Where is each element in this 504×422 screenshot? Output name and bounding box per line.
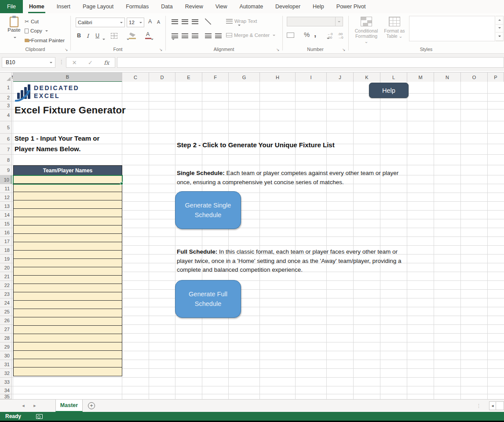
name-box-caret[interactable] bbox=[50, 62, 52, 65]
tab-insert[interactable]: Insert bbox=[51, 0, 77, 13]
row-header-29[interactable]: 29 bbox=[0, 342, 11, 351]
font-name-combo[interactable]: Calibri bbox=[76, 18, 125, 27]
decrease-decimal-icon[interactable]: .00 →0 bbox=[338, 33, 343, 40]
cut-button[interactable]: ✂ Cut bbox=[25, 18, 39, 25]
underline-caret[interactable] bbox=[102, 39, 105, 41]
team-name-cell[interactable] bbox=[14, 326, 122, 334]
accounting-format-icon[interactable] bbox=[287, 33, 294, 38]
row-header-20[interactable]: 20 bbox=[0, 263, 11, 272]
row-header-24[interactable]: 24 bbox=[0, 298, 11, 307]
column-header-J[interactable]: J bbox=[327, 73, 354, 82]
row-header-1[interactable]: 1 bbox=[0, 82, 11, 94]
file-tab[interactable]: File bbox=[0, 0, 23, 13]
prev-sheet-arrow[interactable]: ◄ bbox=[18, 400, 29, 412]
team-name-cell[interactable] bbox=[14, 192, 122, 200]
team-name-cell[interactable] bbox=[14, 226, 122, 234]
row-header-30[interactable]: 30 bbox=[0, 351, 11, 360]
scrollbar-track[interactable] bbox=[496, 401, 504, 410]
number-format-caret-button[interactable] bbox=[335, 17, 343, 26]
merge-center-caret[interactable] bbox=[273, 35, 275, 37]
gallery-scroll-up[interactable] bbox=[496, 16, 503, 25]
row-header-33[interactable]: 33 bbox=[0, 378, 11, 386]
team-name-cell[interactable] bbox=[14, 217, 122, 226]
column-header-M[interactable]: M bbox=[407, 73, 434, 82]
orientation-caret[interactable] bbox=[238, 25, 241, 27]
clipboard-dialog-launcher[interactable]: ↘ bbox=[65, 47, 68, 52]
sheet-tab-master[interactable]: Master bbox=[55, 400, 83, 412]
team-name-cell[interactable] bbox=[14, 317, 122, 326]
top-align-icon[interactable] bbox=[172, 19, 178, 24]
increase-indent-icon[interactable] bbox=[215, 33, 222, 38]
row-header-25[interactable]: 25 bbox=[0, 307, 11, 316]
row-header-22[interactable]: 22 bbox=[0, 281, 11, 290]
underline-button[interactable]: U bbox=[93, 32, 102, 40]
team-name-cell[interactable] bbox=[14, 301, 122, 309]
wrap-text-button[interactable]: Wrap Text bbox=[226, 18, 257, 24]
row-header-28[interactable]: 28 bbox=[0, 334, 11, 342]
team-name-cell[interactable] bbox=[14, 359, 122, 367]
row-header-10[interactable]: 10 bbox=[0, 175, 12, 184]
tab-data[interactable]: Data bbox=[155, 0, 179, 13]
tab-review[interactable]: Review bbox=[179, 0, 209, 13]
row-header-27[interactable]: 27 bbox=[0, 325, 11, 334]
center-align-icon[interactable] bbox=[182, 33, 188, 38]
team-name-cell[interactable] bbox=[14, 284, 122, 292]
row-header-2[interactable]: 2 bbox=[0, 94, 11, 102]
right-align-icon[interactable] bbox=[192, 33, 198, 38]
team-name-cell[interactable] bbox=[14, 259, 122, 267]
gallery-scroll-down[interactable] bbox=[496, 25, 503, 33]
team-name-cell[interactable] bbox=[14, 267, 122, 276]
number-format-combo[interactable] bbox=[287, 17, 343, 26]
copy-dropdown-caret[interactable] bbox=[45, 30, 48, 33]
middle-align-icon[interactable] bbox=[182, 19, 188, 24]
gallery-more-button[interactable] bbox=[496, 33, 503, 41]
row-header-14[interactable]: 14 bbox=[0, 211, 11, 219]
column-header-D[interactable]: D bbox=[149, 73, 175, 82]
merge-center-button[interactable]: Merge & Center bbox=[226, 33, 275, 38]
decrease-font-icon[interactable]: A bbox=[155, 18, 162, 25]
column-header-G[interactable]: G bbox=[229, 73, 260, 82]
number-dialog-launcher[interactable]: ↘ bbox=[342, 47, 346, 52]
macro-record-icon[interactable] bbox=[36, 414, 43, 419]
team-name-cell[interactable] bbox=[14, 251, 122, 259]
new-sheet-button[interactable]: + bbox=[83, 400, 100, 412]
column-header-P[interactable]: P bbox=[488, 73, 504, 82]
row-header-26[interactable]: 26 bbox=[0, 316, 11, 325]
row-header-6[interactable]: 6 bbox=[0, 134, 11, 144]
increase-decimal-icon[interactable]: ←0 .00 bbox=[327, 33, 332, 40]
select-all-corner[interactable] bbox=[0, 73, 12, 82]
increase-font-icon[interactable]: A bbox=[146, 18, 154, 25]
row-header-4[interactable]: 4 bbox=[0, 109, 11, 121]
team-name-cell[interactable] bbox=[14, 367, 122, 376]
formula-input[interactable] bbox=[117, 57, 504, 68]
cancel-icon[interactable]: ✕ bbox=[72, 59, 77, 66]
column-header-H[interactable]: H bbox=[260, 73, 296, 82]
team-name-cell[interactable] bbox=[14, 342, 122, 351]
column-header-E[interactable]: E bbox=[175, 73, 202, 82]
generate-full-schedule-button[interactable]: Generate Full Schedule bbox=[175, 280, 241, 318]
scroll-left-arrow[interactable]: ◄ bbox=[489, 401, 496, 410]
row-header-11[interactable]: 11 bbox=[0, 184, 11, 193]
tab-view[interactable]: View bbox=[209, 0, 234, 13]
decrease-indent-icon[interactable] bbox=[205, 33, 212, 38]
row-header-16[interactable]: 16 bbox=[0, 228, 11, 237]
format-as-table-button[interactable]: Format as Table ⌄ bbox=[382, 17, 407, 39]
row-header-32[interactable]: 32 bbox=[0, 369, 11, 378]
column-header-I[interactable]: I bbox=[296, 73, 327, 82]
tab-home[interactable]: Home bbox=[23, 0, 51, 13]
row-header-7[interactable]: 7 bbox=[0, 144, 11, 155]
team-name-cell[interactable] bbox=[14, 309, 122, 317]
column-header-K[interactable]: K bbox=[354, 73, 380, 82]
orientation-icon[interactable] bbox=[205, 18, 211, 25]
font-color-caret[interactable] bbox=[172, 39, 175, 41]
row-header-3[interactable]: 3 bbox=[0, 102, 11, 109]
column-header-N[interactable]: N bbox=[434, 73, 461, 82]
team-name-cell[interactable] bbox=[14, 242, 122, 251]
tab-splitter[interactable]: ⋮ bbox=[476, 403, 481, 409]
row-header-12[interactable]: 12 bbox=[0, 193, 11, 202]
tab-help[interactable]: Help bbox=[307, 0, 330, 13]
paste-dropdown-caret[interactable] bbox=[14, 37, 16, 40]
format-painter-button[interactable]: Format Painter bbox=[25, 38, 65, 43]
name-box[interactable]: B10 bbox=[2, 57, 55, 68]
font-size-combo[interactable]: 12 bbox=[127, 18, 144, 27]
